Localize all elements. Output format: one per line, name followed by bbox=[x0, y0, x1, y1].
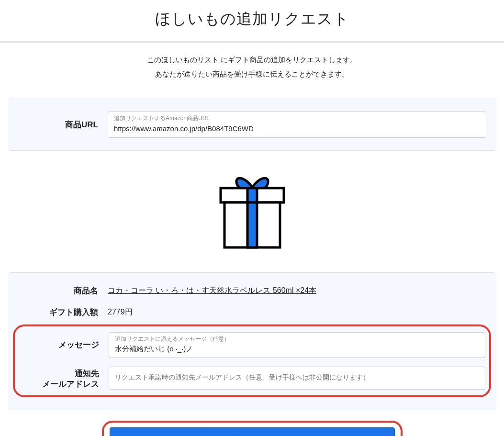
message-input[interactable] bbox=[115, 344, 479, 354]
submit-wrap: この商品の追加をリクエストする bbox=[0, 421, 504, 436]
message-placeholder: 追加リクエストに添えるメッセージ（任意） bbox=[115, 335, 479, 343]
message-label: メッセージ bbox=[19, 339, 109, 350]
highlight-box: メッセージ 追加リクエストに添えるメッセージ（任意） 通知先 メールアドレス bbox=[13, 324, 491, 398]
price-value: 2779円 bbox=[108, 307, 486, 317]
product-url-panel: 商品URL 追加リクエストするAmazon商品URL bbox=[9, 99, 495, 151]
svg-rect-2 bbox=[247, 188, 257, 202]
submit-button[interactable]: この商品の追加をリクエストする bbox=[110, 427, 395, 436]
price-label: ギフト購入額 bbox=[18, 307, 108, 318]
product-name-label: 商品名 bbox=[18, 285, 108, 296]
wishlist-link[interactable]: このほしいものリスト bbox=[147, 56, 219, 64]
divider bbox=[0, 41, 504, 43]
intro-text: このほしいものリスト にギフト商品の追加をリクエストします。 あなたが送りたい商… bbox=[0, 53, 504, 81]
product-url-input[interactable] bbox=[114, 123, 480, 134]
intro-line2: あなたが送りたい商品を受け手様に伝えることができます。 bbox=[155, 70, 349, 78]
product-url-field[interactable]: 追加リクエストするAmazon商品URL bbox=[108, 112, 486, 138]
svg-rect-3 bbox=[247, 202, 257, 247]
details-panel: 商品名 コカ・コーラ い・ろ・は・す天然水ラベルレス 560ml ×24本 ギフ… bbox=[9, 272, 495, 411]
product-url-label: 商品URL bbox=[18, 119, 108, 130]
message-field[interactable]: 追加リクエストに添えるメッセージ（任意） bbox=[109, 332, 485, 358]
email-label: 通知先 メールアドレス bbox=[19, 367, 109, 390]
submit-highlight: この商品の追加をリクエストする bbox=[102, 421, 403, 436]
email-input[interactable] bbox=[115, 373, 479, 382]
page-title: ほしいもの追加リクエスト bbox=[0, 9, 504, 30]
product-name-link[interactable]: コカ・コーラ い・ろ・は・す天然水ラベルレス 560ml ×24本 bbox=[108, 286, 316, 294]
intro-line1-rest: にギフト商品の追加をリクエストします。 bbox=[219, 56, 357, 64]
gift-icon bbox=[214, 170, 291, 251]
email-field[interactable] bbox=[109, 367, 485, 390]
product-url-placeholder: 追加リクエストするAmazon商品URL bbox=[114, 115, 480, 123]
gift-icon-wrap bbox=[0, 170, 504, 251]
